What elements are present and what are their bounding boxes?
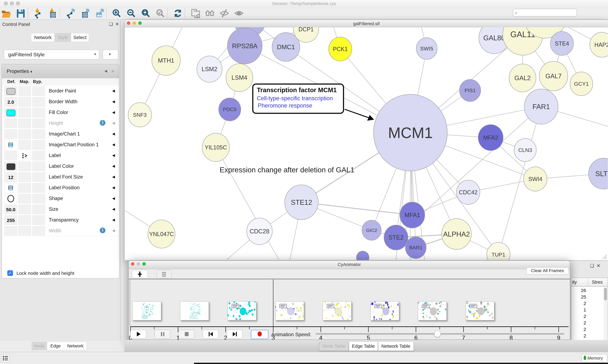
expand-row-icon[interactable]: ◀ bbox=[112, 121, 115, 125]
pause-button[interactable] bbox=[154, 330, 170, 338]
panel-tab-network[interactable]: Network bbox=[64, 342, 87, 350]
bypass-cell[interactable] bbox=[32, 194, 45, 203]
bypass-cell[interactable] bbox=[32, 183, 45, 193]
bypass-cell[interactable] bbox=[32, 226, 45, 236]
network-edge[interactable] bbox=[216, 147, 279, 260]
expand-row-icon[interactable]: ◀ bbox=[112, 175, 115, 179]
mapping-cell[interactable] bbox=[18, 151, 31, 160]
close-panel-icon[interactable]: ✕ bbox=[597, 263, 600, 268]
bypass-cell[interactable] bbox=[32, 118, 45, 128]
show-annotations-icon[interactable] bbox=[234, 8, 244, 18]
mapping-cell[interactable] bbox=[18, 140, 31, 150]
mapping-cell[interactable] bbox=[18, 226, 31, 236]
results-cell[interactable]: 25 bbox=[572, 294, 586, 300]
zoom-fit-icon[interactable] bbox=[141, 8, 151, 18]
default-value-cell[interactable] bbox=[4, 226, 17, 236]
panel-tab-edge[interactable]: Edge bbox=[47, 342, 64, 350]
results-cell[interactable]: 2 bbox=[572, 314, 586, 319]
expand-row-icon[interactable]: ◀ bbox=[112, 132, 115, 136]
default-value-cell[interactable]: 50.0 bbox=[4, 205, 17, 214]
expand-row-icon[interactable]: ◀ bbox=[112, 229, 115, 233]
zoom-out-icon[interactable] bbox=[126, 8, 137, 18]
style-options-button[interactable]: ▾ bbox=[103, 50, 118, 59]
zoom-in-icon[interactable] bbox=[111, 8, 122, 18]
slider-thumb[interactable] bbox=[434, 331, 441, 337]
property-row-label[interactable]: Label◀ bbox=[2, 150, 119, 161]
property-row-size[interactable]: 50.0Size◀ bbox=[2, 204, 119, 215]
scrollbar-thumb[interactable] bbox=[604, 288, 607, 300]
play-button[interactable] bbox=[130, 330, 146, 338]
property-row-border-width[interactable]: 2.0Border Width◀ bbox=[2, 96, 119, 107]
results-cell[interactable]: 26 bbox=[572, 288, 586, 293]
bypass-cell[interactable] bbox=[32, 215, 45, 225]
expand-row-icon[interactable]: ◀ bbox=[112, 110, 115, 115]
properties-header[interactable]: Properties ▾ ⪡ ⪢ bbox=[2, 64, 119, 78]
save-session-icon[interactable] bbox=[15, 8, 26, 18]
mapping-cell[interactable] bbox=[18, 129, 31, 139]
results-cell[interactable]: 2 bbox=[572, 301, 586, 306]
clear-all-frames-button[interactable]: Clear All Frames bbox=[526, 267, 568, 274]
expand-row-icon[interactable]: ◀ bbox=[112, 89, 115, 93]
default-value-cell[interactable] bbox=[4, 108, 17, 117]
expand-row-icon[interactable]: ◀ bbox=[112, 143, 115, 147]
property-row-width[interactable]: Widthi◀ bbox=[2, 225, 119, 236]
export-image-icon[interactable] bbox=[94, 8, 105, 18]
default-value-cell[interactable] bbox=[4, 194, 17, 203]
network-node-node-bottom-1[interactable] bbox=[356, 251, 369, 260]
column-divider[interactable] bbox=[588, 279, 588, 286]
close-panel-icon[interactable]: ✕ bbox=[115, 22, 119, 27]
property-row-border-paint[interactable]: Border Paint◀ bbox=[2, 86, 119, 96]
bypass-cell[interactable] bbox=[32, 108, 45, 117]
property-row-height[interactable]: Heighti◀ bbox=[2, 118, 119, 129]
zoom-selected-icon[interactable] bbox=[155, 8, 166, 18]
expand-row-icon[interactable]: ◀ bbox=[112, 153, 115, 157]
network-canvas[interactable]: RPS28ADMC1DCP1PCK1SWI5GAL80GAL11STE4HAP2… bbox=[124, 27, 608, 260]
property-row-fill-color[interactable]: Fill Color◀ bbox=[2, 107, 119, 118]
mapping-cell[interactable] bbox=[18, 183, 31, 193]
first-neighbors-icon[interactable] bbox=[205, 8, 215, 18]
expand-row-icon[interactable]: ◀ bbox=[112, 218, 115, 222]
default-value-cell[interactable]: 255 bbox=[4, 215, 17, 225]
default-value-cell[interactable] bbox=[4, 129, 17, 139]
expand-row-icon[interactable]: ◀ bbox=[112, 99, 115, 104]
expand-row-icon[interactable]: ◀ bbox=[112, 196, 115, 200]
share-document-icon[interactable] bbox=[190, 8, 200, 18]
network-window-titlebar[interactable]: galFiltered.sif bbox=[124, 20, 608, 27]
import-table-icon[interactable] bbox=[47, 8, 58, 18]
info-icon[interactable]: i bbox=[100, 120, 105, 126]
property-row-label-color[interactable]: Label Color◀ bbox=[2, 161, 119, 172]
add-frame-button[interactable] bbox=[132, 270, 148, 278]
bypass-cell[interactable] bbox=[32, 162, 45, 171]
skip-end-button[interactable] bbox=[227, 330, 243, 338]
property-row-transparency[interactable]: 255Transparency◀ bbox=[2, 215, 119, 225]
cyanimator-titlebar[interactable]: CyAnimator bbox=[129, 261, 570, 269]
memory-button[interactable]: Memory bbox=[581, 354, 607, 362]
default-value-cell[interactable] bbox=[4, 151, 17, 160]
results-col-ity[interactable]: ity bbox=[572, 280, 577, 285]
record-button[interactable] bbox=[251, 330, 269, 339]
float-panel-icon[interactable]: ❏ bbox=[590, 263, 594, 268]
results-cell[interactable]: 2 bbox=[572, 333, 586, 338]
animation-speed-slider[interactable] bbox=[316, 333, 564, 335]
panel-selector-button[interactable] bbox=[1, 354, 10, 362]
annotation-link[interactable]: Cell-type-specific transcription bbox=[257, 95, 333, 102]
bypass-cell[interactable] bbox=[32, 86, 45, 96]
tab-network-table[interactable]: Network Table bbox=[378, 341, 414, 351]
property-row-shape[interactable]: Shape◀ bbox=[2, 193, 119, 204]
mapping-cell[interactable] bbox=[18, 118, 31, 128]
expand-row-icon[interactable]: ◀ bbox=[112, 164, 115, 168]
import-network-icon[interactable] bbox=[33, 8, 43, 18]
tab-style[interactable]: Style bbox=[55, 33, 71, 42]
export-table-icon[interactable] bbox=[80, 8, 90, 18]
hide-annotations-icon[interactable] bbox=[219, 8, 230, 18]
default-value-cell[interactable] bbox=[4, 86, 17, 96]
default-value-cell[interactable]: 2.0 bbox=[4, 97, 17, 106]
lock-size-checkbox[interactable]: ✓ bbox=[7, 270, 13, 276]
default-value-cell[interactable]: 12 bbox=[4, 172, 17, 182]
default-value-cell[interactable] bbox=[4, 140, 17, 150]
property-row-label-font-size[interactable]: 12Label Font Size◀ bbox=[2, 171, 119, 182]
annotation-link[interactable]: Pheromone response bbox=[258, 102, 312, 109]
mapping-cell[interactable] bbox=[18, 86, 31, 96]
panel-tab-node[interactable]: Node bbox=[32, 342, 47, 350]
results-cell[interactable]: 2 bbox=[572, 320, 586, 325]
